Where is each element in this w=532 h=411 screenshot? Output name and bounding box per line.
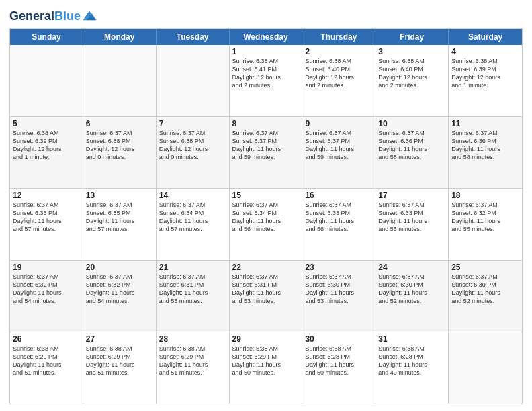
day-number: 15: [232, 191, 300, 200]
header: GeneralBlue: [9, 7, 523, 24]
day-cell-empty: [83, 45, 157, 116]
day-info: Sunrise: 6:37 AM Sunset: 6:30 PM Dayligh…: [451, 273, 519, 306]
day-cell-16: 16Sunrise: 6:37 AM Sunset: 6:33 PM Dayli…: [302, 189, 375, 260]
day-cell-11: 11Sunrise: 6:37 AM Sunset: 6:36 PM Dayli…: [449, 117, 522, 188]
day-number: 4: [451, 47, 519, 56]
day-cell-6: 6Sunrise: 6:37 AM Sunset: 6:38 PM Daylig…: [83, 117, 157, 188]
day-cell-22: 22Sunrise: 6:37 AM Sunset: 6:31 PM Dayli…: [230, 261, 303, 332]
day-cell-empty: [157, 45, 230, 116]
day-cell-7: 7Sunrise: 6:37 AM Sunset: 6:38 PM Daylig…: [157, 117, 230, 188]
day-cell-27: 27Sunrise: 6:38 AM Sunset: 6:29 PM Dayli…: [83, 332, 157, 404]
day-header-monday: Monday: [83, 29, 157, 45]
day-number: 17: [378, 191, 445, 200]
day-info: Sunrise: 6:37 AM Sunset: 6:36 PM Dayligh…: [451, 129, 519, 162]
page-container: GeneralBlue SundayMondayTuesdayWednesday…: [0, 0, 532, 411]
day-info: Sunrise: 6:37 AM Sunset: 6:32 PM Dayligh…: [86, 273, 153, 306]
day-number: 22: [232, 263, 300, 272]
day-cell-9: 9Sunrise: 6:37 AM Sunset: 6:37 PM Daylig…: [302, 117, 375, 188]
day-number: 29: [232, 334, 300, 344]
day-cell-2: 2Sunrise: 6:38 AM Sunset: 6:40 PM Daylig…: [302, 45, 375, 116]
day-cell-empty: [10, 45, 83, 116]
day-cell-4: 4Sunrise: 6:38 AM Sunset: 6:39 PM Daylig…: [449, 45, 522, 116]
calendar: SundayMondayTuesdayWednesdayThursdayFrid…: [9, 28, 523, 404]
day-number: 16: [305, 191, 372, 200]
day-number: 26: [13, 334, 80, 344]
day-number: 6: [86, 119, 153, 128]
day-info: Sunrise: 6:37 AM Sunset: 6:30 PM Dayligh…: [378, 273, 445, 306]
day-number: 7: [159, 119, 226, 128]
day-info: Sunrise: 6:37 AM Sunset: 6:38 PM Dayligh…: [86, 129, 153, 162]
day-number: 1: [232, 47, 300, 56]
calendar-body: 1Sunrise: 6:38 AM Sunset: 6:41 PM Daylig…: [10, 45, 522, 404]
day-info: Sunrise: 6:37 AM Sunset: 6:33 PM Dayligh…: [305, 201, 372, 234]
day-number: 9: [305, 119, 372, 128]
day-info: Sunrise: 6:38 AM Sunset: 6:39 PM Dayligh…: [451, 57, 519, 90]
day-number: 12: [13, 191, 80, 200]
day-number: 10: [378, 119, 445, 128]
day-cell-31: 31Sunrise: 6:38 AM Sunset: 6:28 PM Dayli…: [375, 332, 449, 404]
logo-icon: [82, 9, 97, 24]
day-header-wednesday: Wednesday: [230, 29, 303, 45]
day-info: Sunrise: 6:37 AM Sunset: 6:33 PM Dayligh…: [378, 201, 445, 234]
day-header-tuesday: Tuesday: [157, 29, 230, 45]
week-row-5: 26Sunrise: 6:38 AM Sunset: 6:29 PM Dayli…: [10, 332, 522, 404]
logo-text: GeneralBlue: [9, 10, 81, 24]
day-number: 2: [305, 47, 372, 56]
day-cell-12: 12Sunrise: 6:37 AM Sunset: 6:35 PM Dayli…: [10, 189, 83, 260]
week-row-1: 1Sunrise: 6:38 AM Sunset: 6:41 PM Daylig…: [10, 45, 522, 116]
day-cell-18: 18Sunrise: 6:37 AM Sunset: 6:32 PM Dayli…: [449, 189, 522, 260]
day-cell-21: 21Sunrise: 6:37 AM Sunset: 6:31 PM Dayli…: [157, 261, 230, 332]
day-cell-10: 10Sunrise: 6:37 AM Sunset: 6:36 PM Dayli…: [375, 117, 449, 188]
day-info: Sunrise: 6:37 AM Sunset: 6:30 PM Dayligh…: [305, 273, 372, 306]
day-cell-empty: [449, 332, 522, 404]
day-number: 31: [378, 334, 445, 344]
day-info: Sunrise: 6:38 AM Sunset: 6:29 PM Dayligh…: [232, 345, 300, 377]
day-number: 30: [305, 334, 372, 344]
week-row-3: 12Sunrise: 6:37 AM Sunset: 6:35 PM Dayli…: [10, 188, 522, 260]
day-number: 19: [13, 263, 80, 272]
day-cell-15: 15Sunrise: 6:37 AM Sunset: 6:34 PM Dayli…: [230, 189, 303, 260]
day-cell-25: 25Sunrise: 6:37 AM Sunset: 6:30 PM Dayli…: [449, 261, 522, 332]
day-number: 11: [451, 119, 519, 128]
day-info: Sunrise: 6:37 AM Sunset: 6:35 PM Dayligh…: [13, 201, 80, 234]
day-cell-24: 24Sunrise: 6:37 AM Sunset: 6:30 PM Dayli…: [375, 261, 449, 332]
day-info: Sunrise: 6:37 AM Sunset: 6:35 PM Dayligh…: [86, 201, 153, 234]
day-number: 3: [378, 47, 445, 56]
day-number: 20: [86, 263, 153, 272]
day-cell-28: 28Sunrise: 6:38 AM Sunset: 6:29 PM Dayli…: [157, 332, 230, 404]
day-info: Sunrise: 6:37 AM Sunset: 6:38 PM Dayligh…: [159, 129, 226, 162]
day-info: Sunrise: 6:38 AM Sunset: 6:40 PM Dayligh…: [305, 57, 372, 90]
day-info: Sunrise: 6:38 AM Sunset: 6:29 PM Dayligh…: [159, 345, 226, 377]
day-cell-17: 17Sunrise: 6:37 AM Sunset: 6:33 PM Dayli…: [375, 189, 449, 260]
day-info: Sunrise: 6:37 AM Sunset: 6:32 PM Dayligh…: [13, 273, 80, 306]
day-cell-14: 14Sunrise: 6:37 AM Sunset: 6:34 PM Dayli…: [157, 189, 230, 260]
day-number: 21: [159, 263, 226, 272]
day-number: 28: [159, 334, 226, 344]
day-info: Sunrise: 6:38 AM Sunset: 6:28 PM Dayligh…: [378, 345, 445, 377]
day-cell-19: 19Sunrise: 6:37 AM Sunset: 6:32 PM Dayli…: [10, 261, 83, 332]
day-info: Sunrise: 6:38 AM Sunset: 6:39 PM Dayligh…: [13, 129, 80, 162]
day-info: Sunrise: 6:37 AM Sunset: 6:34 PM Dayligh…: [159, 201, 226, 234]
day-cell-8: 8Sunrise: 6:37 AM Sunset: 6:37 PM Daylig…: [230, 117, 303, 188]
day-info: Sunrise: 6:38 AM Sunset: 6:29 PM Dayligh…: [86, 345, 153, 377]
day-number: 18: [451, 191, 519, 200]
day-header-thursday: Thursday: [302, 29, 375, 45]
day-cell-1: 1Sunrise: 6:38 AM Sunset: 6:41 PM Daylig…: [230, 45, 303, 116]
day-header-friday: Friday: [375, 29, 449, 45]
day-info: Sunrise: 6:38 AM Sunset: 6:28 PM Dayligh…: [305, 345, 372, 377]
day-info: Sunrise: 6:38 AM Sunset: 6:41 PM Dayligh…: [232, 57, 300, 90]
day-info: Sunrise: 6:37 AM Sunset: 6:34 PM Dayligh…: [232, 201, 300, 234]
logo: GeneralBlue: [9, 9, 97, 24]
week-row-2: 5Sunrise: 6:38 AM Sunset: 6:39 PM Daylig…: [10, 116, 522, 188]
day-info: Sunrise: 6:37 AM Sunset: 6:37 PM Dayligh…: [305, 129, 372, 162]
week-row-4: 19Sunrise: 6:37 AM Sunset: 6:32 PM Dayli…: [10, 260, 522, 332]
day-number: 13: [86, 191, 153, 200]
day-cell-5: 5Sunrise: 6:38 AM Sunset: 6:39 PM Daylig…: [10, 117, 83, 188]
day-cell-13: 13Sunrise: 6:37 AM Sunset: 6:35 PM Dayli…: [83, 189, 157, 260]
day-number: 8: [232, 119, 300, 128]
day-info: Sunrise: 6:37 AM Sunset: 6:31 PM Dayligh…: [232, 273, 300, 306]
day-info: Sunrise: 6:38 AM Sunset: 6:29 PM Dayligh…: [13, 345, 80, 377]
day-info: Sunrise: 6:38 AM Sunset: 6:40 PM Dayligh…: [378, 57, 445, 90]
day-info: Sunrise: 6:37 AM Sunset: 6:37 PM Dayligh…: [232, 129, 300, 162]
day-number: 27: [86, 334, 153, 344]
